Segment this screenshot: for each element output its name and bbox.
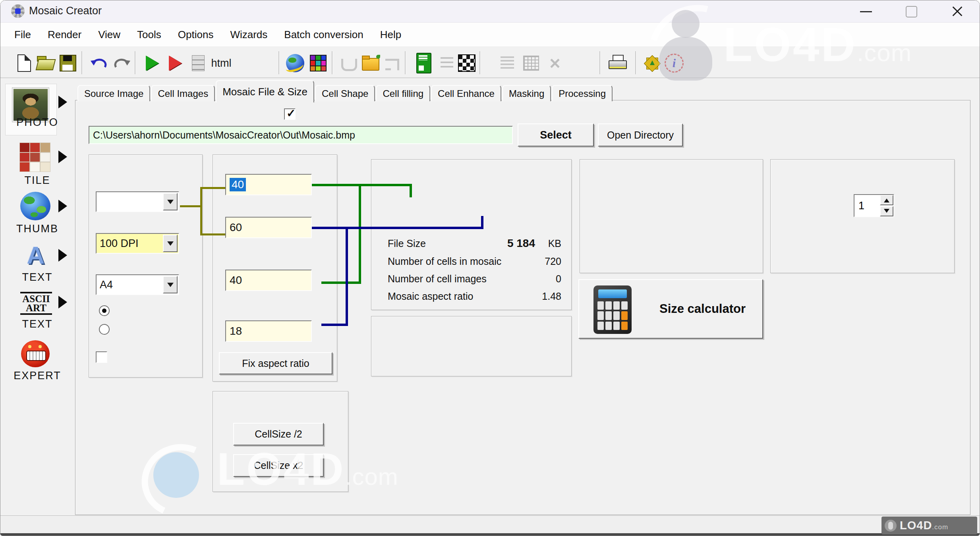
toolbar-separator	[635, 51, 636, 74]
cellsize-double-button[interactable]: CellSize x2	[233, 454, 324, 477]
tile-grid-icon[interactable]	[19, 143, 50, 172]
cell-corner-button[interactable]	[382, 53, 402, 73]
render-stop-button[interactable]	[165, 53, 186, 73]
menu-view[interactable]: View	[90, 25, 129, 44]
connector-navy-branch-horizontal	[321, 324, 348, 326]
tab-source-image[interactable]: Source Image	[77, 85, 150, 101]
target-image-groupbox	[371, 159, 572, 310]
cell-height-input[interactable]: 60	[225, 217, 312, 238]
menu-wizards[interactable]: Wizards	[222, 25, 276, 44]
menu-tools[interactable]: Tools	[129, 25, 170, 44]
app-icon	[11, 4, 25, 18]
cell-width-input[interactable]: 40	[225, 174, 312, 195]
overwrite-checkbox[interactable]	[284, 108, 296, 120]
sidebar-expert-label: EXPERT	[0, 370, 74, 382]
connector-green-main	[312, 184, 412, 186]
menu-help[interactable]: Help	[372, 25, 410, 44]
down-arrow-icon	[884, 209, 889, 216]
render-start-button[interactable]	[142, 53, 162, 73]
new-file-button[interactable]	[14, 53, 35, 73]
thumb-globe-icon[interactable]	[20, 192, 50, 220]
landscape-radio[interactable]	[99, 324, 110, 335]
tab-cell-shape[interactable]: Cell Shape	[315, 85, 375, 101]
layers-button[interactable]	[188, 53, 209, 73]
cell-width-value: 40	[230, 178, 246, 191]
image-size-combobox[interactable]: A4	[96, 274, 179, 295]
about-button[interactable]	[664, 53, 684, 73]
fix-aspect-ratio-button[interactable]: Fix aspect ratio	[219, 352, 332, 374]
list-view-button[interactable]	[437, 53, 457, 73]
adjust-button[interactable]	[545, 53, 565, 73]
menu-file[interactable]: File	[6, 25, 39, 44]
menu-batch-conversion[interactable]: Batch conversion	[276, 25, 371, 44]
open-button[interactable]	[35, 53, 56, 73]
thumb-expand-arrow-icon[interactable]	[58, 200, 67, 212]
html-export-button[interactable]: html	[209, 53, 234, 73]
cross-tools-icon	[548, 56, 562, 70]
cells-count-x-input[interactable]: 40	[225, 270, 312, 291]
tab-mosaic-file-size[interactable]: Mosaic File & Size	[216, 80, 314, 102]
multipart-spinner[interactable]: 1	[854, 194, 894, 217]
expert-devil-icon[interactable]	[21, 340, 50, 367]
tile-expand-arrow-icon[interactable]	[58, 150, 67, 163]
portrait-radio[interactable]	[99, 305, 110, 316]
connector-olive-vertical	[200, 187, 202, 235]
text-expand-arrow-icon[interactable]	[58, 249, 67, 262]
save-button[interactable]	[58, 53, 78, 73]
photo-expand-arrow-icon[interactable]	[58, 96, 67, 108]
target-path-input[interactable]: C:\Users\ahorn\Documents\MosaicCreator\O…	[89, 126, 513, 144]
undo-button[interactable]	[89, 53, 109, 73]
tab-processing[interactable]: Processing	[552, 85, 613, 101]
tab-cell-filling[interactable]: Cell filling	[376, 85, 430, 101]
sidebar-thumb-label: THUMB	[0, 223, 74, 235]
text-letter-icon[interactable]: A	[21, 241, 50, 269]
globe-icon	[286, 54, 304, 72]
redo-button[interactable]	[112, 53, 132, 73]
spinner-up-button[interactable]	[880, 195, 893, 205]
open-directory-button[interactable]: Open Directory	[598, 123, 683, 147]
source-image-groupbox	[371, 316, 572, 376]
chevron-down-icon[interactable]	[163, 193, 178, 210]
sidebar-text-label: TEXT	[0, 271, 74, 283]
cell-size-combobox[interactable]	[96, 191, 179, 212]
file-size-row: File Size 5 184 KB	[388, 238, 561, 249]
close-button[interactable]	[945, 4, 970, 19]
cells-count-y-input[interactable]: 18	[225, 320, 312, 342]
tab-cell-images[interactable]: Cell Images	[151, 85, 215, 101]
dpi-combobox[interactable]: 100 DPI	[96, 233, 179, 254]
maximize-button[interactable]	[899, 4, 924, 19]
minimize-button[interactable]	[854, 4, 878, 19]
tab-masking[interactable]: Masking	[502, 85, 551, 101]
ascii-art-icon[interactable]: ASCII ART	[20, 292, 52, 315]
tab-cell-enhance[interactable]: Cell Enhance	[431, 85, 501, 101]
spinner-down-button[interactable]	[880, 206, 893, 216]
size-calculator-label: Size calculator	[659, 302, 746, 316]
calculator-icon	[593, 285, 632, 334]
table-grid-button[interactable]	[521, 53, 541, 73]
menu-render[interactable]: Render	[39, 25, 90, 44]
chevron-down-icon[interactable]	[163, 235, 178, 252]
cell-machine-button[interactable]	[414, 53, 434, 73]
chevron-down-icon[interactable]	[163, 276, 178, 293]
checker-grid-button[interactable]	[456, 53, 477, 73]
lo4d-badge: LO4D.com	[881, 517, 977, 534]
rows-button[interactable]	[497, 53, 518, 73]
cell-mask-button[interactable]	[339, 53, 360, 73]
settings-button[interactable]	[642, 53, 662, 73]
size-calculator-button[interactable]: Size calculator	[578, 279, 763, 339]
menu-options[interactable]: Options	[170, 25, 222, 44]
print-size-groupbox	[580, 159, 763, 273]
cellsize-half-button[interactable]: CellSize /2	[233, 423, 324, 445]
mosaic-aspect-value: 1.48	[542, 291, 561, 302]
web-button[interactable]	[285, 53, 305, 73]
select-button[interactable]: Select	[518, 123, 594, 147]
list-lines-icon	[441, 57, 453, 69]
ascii-expand-arrow-icon[interactable]	[58, 296, 67, 308]
multipart-value: 1	[854, 195, 879, 216]
mosaic-grid-button[interactable]	[308, 53, 329, 73]
print-button[interactable]	[607, 53, 628, 73]
cell-images-label: Number of cell images	[388, 273, 487, 284]
color-mosaic-icon	[310, 55, 327, 71]
cell-folder-button[interactable]	[360, 53, 381, 73]
fix-image-size-checkbox[interactable]	[96, 351, 107, 363]
